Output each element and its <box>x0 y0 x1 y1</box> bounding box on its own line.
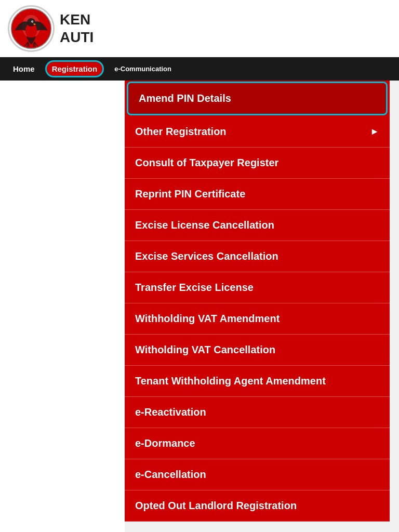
nav-ecommunication[interactable]: e-Communication <box>109 62 177 75</box>
menu-item-e-dormance[interactable]: e-Dormance <box>125 428 390 459</box>
menu-item-tenant-withholding[interactable]: Tenant Withholding Agent Amendment <box>125 366 390 397</box>
dropdown-menu: Amend PIN Details Other Registration ► C… <box>125 81 390 522</box>
menu-item-amend-pin[interactable]: Amend PIN Details <box>127 82 388 115</box>
logo-circle <box>8 5 55 52</box>
menu-item-transfer-excise[interactable]: Transfer Excise License <box>125 272 390 303</box>
menu-item-withholding-vat-amendment-label: Withholding VAT Amendment <box>135 313 379 325</box>
menu-item-withholding-vat-cancel-label: Witholding VAT Cancellation <box>135 344 379 356</box>
menu-item-consult-taxpayer[interactable]: Consult of Taxpayer Register <box>125 148 390 179</box>
menu-item-excise-license-cancel-label: Excise License Cancellation <box>135 219 379 231</box>
chevron-right-icon: ► <box>370 126 379 137</box>
logo-container: KEN AUTI <box>8 5 94 52</box>
svg-point-5 <box>32 21 33 22</box>
menu-item-tenant-withholding-label: Tenant Withholding Agent Amendment <box>135 375 379 387</box>
menu-item-e-cancellation[interactable]: e-Cancellation <box>125 459 390 490</box>
menu-item-e-cancellation-label: e-Cancellation <box>135 469 379 481</box>
menu-item-reprint-pin[interactable]: Reprint PIN Certificate <box>125 179 390 210</box>
main-content: Amend PIN Details Other Registration ► C… <box>0 81 399 532</box>
menu-item-amend-pin-label: Amend PIN Details <box>139 92 376 104</box>
menu-item-e-reactivation-label: e-Reactivation <box>135 406 379 418</box>
left-area <box>0 81 125 532</box>
menu-item-reprint-pin-label: Reprint PIN Certificate <box>135 188 379 200</box>
svg-point-3 <box>27 18 35 26</box>
kra-logo-icon <box>10 8 52 49</box>
menu-item-withholding-vat-amendment[interactable]: Withholding VAT Amendment <box>125 303 390 335</box>
menu-item-transfer-excise-label: Transfer Excise License <box>135 282 379 294</box>
menu-item-opted-out-landlord-label: Opted Out Landlord Registration <box>135 500 379 512</box>
menu-item-excise-services-cancel-label: Excise Services Cancellation <box>135 250 379 262</box>
menu-item-opted-out-landlord[interactable]: Opted Out Landlord Registration <box>125 490 390 522</box>
menu-item-e-reactivation[interactable]: e-Reactivation <box>125 397 390 428</box>
menu-item-withholding-vat-cancel[interactable]: Witholding VAT Cancellation <box>125 335 390 366</box>
menu-item-other-registration-label: Other Registration <box>135 126 370 138</box>
nav-home[interactable]: Home <box>8 62 40 76</box>
navbar: Home Registration e-Communication <box>0 57 399 81</box>
nav-registration[interactable]: Registration <box>45 60 104 77</box>
menu-item-consult-taxpayer-label: Consult of Taxpayer Register <box>135 157 379 169</box>
menu-item-e-dormance-label: e-Dormance <box>135 437 379 449</box>
menu-item-other-registration[interactable]: Other Registration ► <box>125 116 390 148</box>
menu-item-excise-license-cancel[interactable]: Excise License Cancellation <box>125 210 390 241</box>
logo-text: KEN AUTI <box>60 11 94 46</box>
header: KEN AUTI <box>0 0 399 57</box>
menu-item-excise-services-cancel[interactable]: Excise Services Cancellation <box>125 241 390 272</box>
